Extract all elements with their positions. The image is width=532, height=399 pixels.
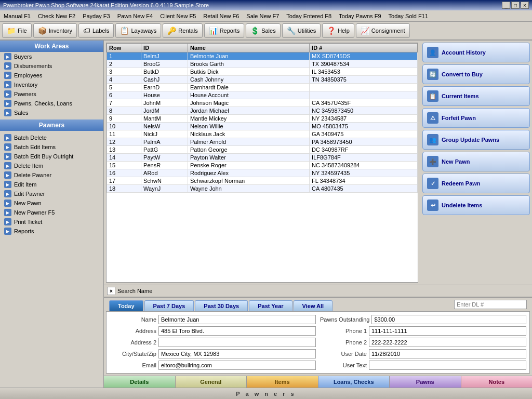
table-row[interactable]: 15 PensR Penske Roger NC 345873409284: [107, 162, 418, 169]
action-btn-redeem-pawn[interactable]: ✓Redeem Pawn: [422, 174, 530, 193]
table-row[interactable]: 2 BrooG Brooks Garth TX 390487534: [107, 60, 418, 68]
table-row[interactable]: 4 CashJ Cash Johnny TN 34850375: [107, 76, 418, 84]
userdate-input[interactable]: [369, 349, 526, 358]
toolbar-btn-sales[interactable]: 💲Sales: [246, 23, 281, 38]
sidebar-pawner-reports[interactable]: ▶Reports: [0, 227, 103, 236]
table-row[interactable]: 14 PaytW Payton Walter ILF8G784F: [107, 154, 418, 162]
table-row[interactable]: 7 JohnM Johnson Magic CA 3457U435F: [107, 99, 418, 107]
bottom-tab-general[interactable]: General: [176, 376, 247, 388]
email-input[interactable]: [158, 361, 316, 370]
date-tab-past-7-days[interactable]: Past 7 Days: [144, 300, 194, 311]
toolbar-btn-file[interactable]: 📁File: [2, 23, 32, 38]
toolbar-btn-utilities[interactable]: 🔧Utilities: [282, 23, 321, 38]
sidebar-pawner-print-ticket[interactable]: ▶Print Ticket: [0, 217, 103, 227]
action-btn-new-pawn[interactable]: ➕New Pawn: [422, 152, 530, 171]
sidebar-item-pawns--checks--loans[interactable]: ▶Pawns, Checks, Loans: [0, 99, 103, 108]
bottom-tab-pawns[interactable]: Pawns: [390, 376, 461, 388]
menu-item-today-pawns-f9[interactable]: Today Pawns F9: [337, 12, 382, 20]
action-btn-convert-to-buy[interactable]: 🔄Convert to Buy: [422, 64, 530, 84]
menu-item-sale-new-f7[interactable]: Sale New F7: [245, 12, 281, 20]
table-row[interactable]: 9 MantM Mantle Mickey NY 23434587: [107, 115, 418, 123]
date-tab-view-all[interactable]: View All: [294, 300, 333, 311]
sidebar-pawner-new-pawner--f5[interactable]: ▶New Pawner F5: [0, 208, 103, 217]
action-btn-current-items[interactable]: 📋Current Items: [422, 86, 530, 106]
cell-name: Brooks Garth: [188, 60, 310, 68]
toolbar-btn-rentals[interactable]: 🔑Rentals: [163, 23, 202, 38]
menu-item-today-entered-f8[interactable]: Today Entered F8: [285, 12, 333, 20]
sidebar-item-pawners[interactable]: ▶Pawners: [0, 89, 103, 99]
sidebar-item-buyers[interactable]: ▶Buyers: [0, 52, 103, 61]
sidebar-pawner-edit-pawner[interactable]: ▶Edit Pawner: [0, 189, 103, 198]
table-row[interactable]: 6 House House Account: [107, 91, 418, 99]
menu-item-client-new-f5[interactable]: Client New F5: [158, 12, 197, 20]
sidebar-pawner-new-pawn[interactable]: ▶New Pawn: [0, 198, 103, 208]
action-btn-undelete-items[interactable]: ↩Undelete Items: [422, 195, 530, 215]
menu-bar: Manual F1Check New F2Payday F3Pawn New F…: [0, 10, 532, 22]
address-input[interactable]: [158, 326, 316, 336]
address2-input[interactable]: [158, 338, 316, 347]
maximize-button[interactable]: □: [511, 2, 520, 9]
date-tab-past-year[interactable]: Past Year: [249, 300, 292, 311]
minimize-button[interactable]: _: [502, 2, 510, 9]
pawns-input[interactable]: [371, 315, 526, 324]
bottom-tab-notes[interactable]: Notes: [461, 376, 533, 388]
table-row[interactable]: 16 ARod Rodriguez Alex NY 324597435: [107, 169, 418, 177]
table-row[interactable]: 10 NelsW Nelson Willie MO 45803475: [107, 123, 418, 130]
table-row[interactable]: 1 BelmJ Belmonte Juan MX SD8745DS: [107, 52, 418, 60]
customer-table-container[interactable]: Row ID Name ID # 1 BelmJ Belmonte Juan M…: [106, 43, 418, 283]
table-row[interactable]: 17 SchwN Schwarzkopf Norman FL 34348734: [107, 177, 418, 185]
phone1-input[interactable]: [369, 326, 526, 336]
menu-item-today-sold-f11[interactable]: Today Sold F11: [387, 12, 430, 20]
toolbar-btn-consignment[interactable]: 📈Consignment: [356, 23, 410, 38]
cell-name: Earnhardt Dale: [188, 84, 310, 91]
action-btn-group-update-pawns[interactable]: 👥Group Update Pawns: [422, 130, 530, 150]
date-tab-today[interactable]: Today: [109, 300, 143, 311]
cell-id: BelmJ: [141, 52, 188, 60]
bottom-tab-details[interactable]: Details: [104, 376, 176, 388]
name-input[interactable]: [158, 315, 316, 324]
table-row[interactable]: 13 PattG Patton George DC 340987RF: [107, 146, 418, 154]
work-areas-list: ▶Buyers▶Disbursements▶Employees▶Inventor…: [0, 52, 103, 117]
sidebar-item-sales[interactable]: ▶Sales: [0, 108, 103, 117]
sidebar-pawner-edit-item[interactable]: ▶Edit Item: [0, 180, 103, 189]
action-btn-forfeit-pawn[interactable]: ⚠Forfeit Pawn: [422, 108, 530, 128]
phone2-input[interactable]: [369, 338, 526, 347]
title-bar-controls[interactable]: _ □ ×: [502, 2, 529, 9]
toolbar-btn-help[interactable]: ❓Help: [322, 23, 354, 38]
close-button[interactable]: ×: [521, 2, 529, 9]
bottom-tab-loans--checks[interactable]: Loans, Checks: [318, 376, 390, 388]
sidebar-pawner-batch-edit-buy-outright[interactable]: ▶Batch Edit Buy Outright: [0, 152, 103, 161]
action-btn-account-history[interactable]: 👤Account History: [422, 43, 530, 62]
search-clear-button[interactable]: ×: [107, 287, 115, 295]
menu-item-payday-f3[interactable]: Payday F3: [81, 12, 112, 20]
toolbar-btn-labels[interactable]: 🏷Labels: [78, 23, 114, 38]
usertext-input[interactable]: [369, 361, 526, 370]
table-row[interactable]: 5 EarnD Earnhardt Dale: [107, 84, 418, 91]
toolbar-btn-layaways[interactable]: 📋Layaways: [115, 23, 161, 38]
sidebar-item-employees[interactable]: ▶Employees: [0, 71, 103, 80]
table-row[interactable]: 8 JordM Jordan Michael NC 3459873450: [107, 107, 418, 115]
dl-input[interactable]: [454, 300, 527, 309]
menu-item-manual-f1[interactable]: Manual F1: [2, 12, 32, 20]
cell-id: ARod: [141, 169, 188, 177]
city-input[interactable]: [158, 349, 316, 358]
table-row[interactable]: 11 NickJ Nicklaus Jack GA 3409475: [107, 130, 418, 138]
table-row[interactable]: 3 ButkD Butkis Dick IL 3453453: [107, 68, 418, 76]
table-row[interactable]: 12 PalmA Palmer Arnold PA 3458973450: [107, 138, 418, 146]
sidebar-item-disbursements[interactable]: ▶Disbursements: [0, 61, 103, 71]
sidebar-pawner-batch-delete[interactable]: ▶Batch Delete: [0, 133, 103, 142]
menu-item-check-new-f2[interactable]: Check New F2: [36, 12, 77, 20]
sidebar-pawner-batch-edit-items[interactable]: ▶Batch Edit Items: [0, 142, 103, 152]
sidebar-pawner-delete-pawner[interactable]: ▶Delete Pawner: [0, 170, 103, 180]
sidebar-item-inventory[interactable]: ▶Inventory: [0, 80, 103, 89]
bottom-tab-items[interactable]: Items: [247, 376, 318, 388]
menu-item-retail-new-f6[interactable]: Retail New F6: [202, 12, 241, 20]
toolbar-btn-reports[interactable]: 📊Reports: [204, 23, 245, 38]
cell-idnum: IL 3453453: [310, 68, 418, 76]
table-body[interactable]: 1 BelmJ Belmonte Juan MX SD8745DS2 BrooG…: [107, 52, 418, 193]
table-row[interactable]: 18 WaynJ Wayne John CA 4807435: [107, 185, 418, 193]
date-tab-past-30-days[interactable]: Past 30 Days: [195, 300, 248, 311]
menu-item-pawn-new-f4[interactable]: Pawn New F4: [116, 12, 154, 20]
toolbar-btn-inventory[interactable]: 📦Inventory: [33, 23, 77, 38]
sidebar-pawner-delete-item[interactable]: ▶Delete Item: [0, 161, 103, 170]
